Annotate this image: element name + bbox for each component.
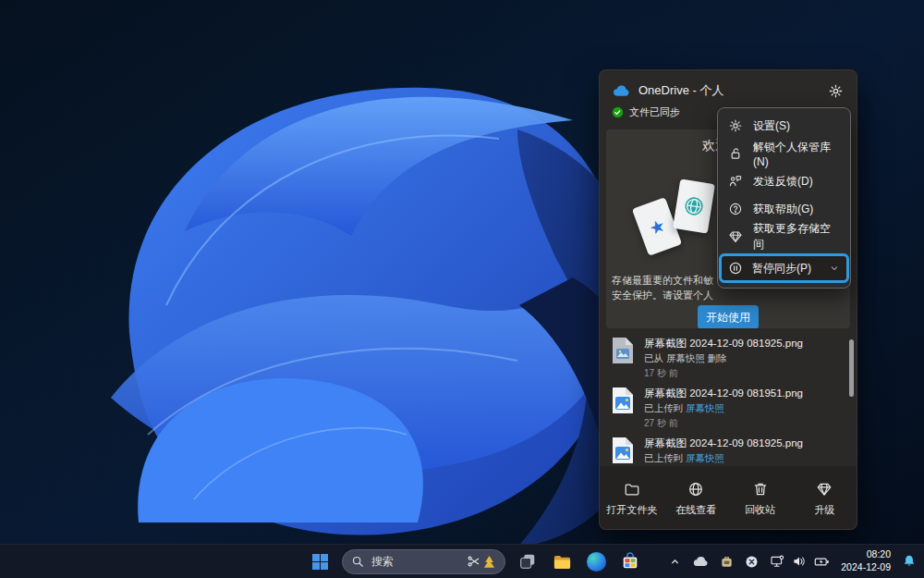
edge-icon bbox=[587, 552, 606, 572]
quick-settings-group[interactable] bbox=[770, 554, 830, 570]
trash-icon bbox=[752, 481, 769, 498]
taskbar: 搜索 bbox=[0, 544, 924, 578]
desktop: OneDrive - 个人 文件已同步 欢迎使用 ★ bbox=[0, 0, 924, 578]
onedrive-footer-toolbar: 打开文件夹 在线查看 回收站 升级 bbox=[600, 466, 857, 529]
globe-badge-icon bbox=[682, 194, 705, 217]
help-icon bbox=[728, 202, 743, 216]
folder-link[interactable]: 屏幕快照 bbox=[686, 402, 724, 413]
file-name: 屏幕截图 2024-12-09 081925.png bbox=[644, 337, 847, 350]
x-circle-icon[interactable] bbox=[745, 555, 759, 569]
search-label: 搜索 bbox=[371, 554, 459, 570]
recycle-bin-button[interactable]: 回收站 bbox=[728, 479, 793, 517]
menu-item-get-more-storage[interactable]: 获取更多存储空间 bbox=[718, 223, 850, 251]
gear-icon bbox=[728, 118, 743, 133]
taskbar-center: 搜索 bbox=[308, 549, 642, 574]
start-button[interactable] bbox=[308, 549, 332, 573]
clock-date: 2024-12-09 bbox=[841, 561, 891, 574]
file-name: 屏幕截图 2024-12-09 081951.png bbox=[644, 387, 847, 400]
open-folder-button[interactable]: 打开文件夹 bbox=[600, 479, 664, 517]
gem-icon bbox=[816, 481, 833, 498]
ticket-globe-card bbox=[673, 178, 715, 233]
file-action: 已上传到 屏幕快照 bbox=[644, 452, 847, 465]
edge-browser-button[interactable] bbox=[584, 549, 608, 573]
folder-link[interactable]: 屏幕快照 bbox=[686, 452, 724, 463]
tray-app-icon[interactable] bbox=[720, 555, 734, 569]
clock-time: 08:20 bbox=[841, 548, 891, 561]
notification-bell-icon[interactable] bbox=[902, 554, 917, 569]
settings-gear-icon[interactable] bbox=[825, 80, 845, 101]
menu-item-pause-sync[interactable]: 暂停同步(P) bbox=[719, 253, 849, 283]
unlock-icon bbox=[728, 146, 743, 161]
file-image-icon bbox=[611, 387, 635, 424]
gem-icon bbox=[728, 229, 743, 244]
file-name: 屏幕截图 2024-12-09 081925.png bbox=[644, 437, 847, 450]
file-time: 27 秒 前 bbox=[644, 417, 847, 430]
chevron-up-icon[interactable] bbox=[669, 556, 681, 568]
view-online-button[interactable]: 在线查看 bbox=[664, 479, 729, 517]
speaker-icon bbox=[792, 554, 807, 569]
pause-circle-icon bbox=[728, 261, 743, 276]
upgrade-button[interactable]: 升级 bbox=[793, 479, 857, 517]
file-explorer-icon bbox=[553, 552, 572, 572]
menu-item-settings[interactable]: 设置(S) bbox=[718, 112, 850, 140]
onedrive-tray-icon[interactable] bbox=[692, 553, 709, 570]
monitor-network-icon bbox=[770, 554, 784, 569]
menu-item-get-help[interactable]: 获取帮助(G) bbox=[718, 195, 850, 223]
get-started-button[interactable]: 开始使用 bbox=[698, 305, 759, 328]
file-explorer-button[interactable] bbox=[550, 549, 574, 573]
onedrive-cloud-icon bbox=[612, 81, 630, 100]
tree-icon bbox=[482, 555, 496, 569]
list-item[interactable]: 屏幕截图 2024-12-09 081951.png 已上传到 屏幕快照 27 … bbox=[600, 378, 857, 428]
onedrive-header: OneDrive - 个人 bbox=[600, 70, 857, 103]
file-time: 17 秒 前 bbox=[644, 367, 847, 380]
file-action: 已上传到 屏幕快照 bbox=[644, 402, 847, 415]
task-view-button[interactable] bbox=[516, 549, 540, 573]
search-box[interactable]: 搜索 bbox=[342, 549, 505, 574]
folder-icon bbox=[624, 481, 640, 498]
microsoft-store-button[interactable] bbox=[618, 549, 642, 573]
menu-item-send-feedback[interactable]: 发送反馈(D) bbox=[718, 167, 850, 195]
system-tray: 08:20 2024-12-09 bbox=[669, 548, 917, 573]
scissors-icon bbox=[467, 554, 481, 569]
search-highlight-decoration bbox=[467, 554, 496, 569]
onedrive-title: OneDrive - 个人 bbox=[638, 82, 825, 99]
file-action: 已从 屏幕快照 删除 bbox=[644, 352, 847, 365]
feedback-icon bbox=[728, 174, 743, 189]
sync-status-text: 文件已同步 bbox=[629, 105, 680, 119]
file-generic-icon bbox=[611, 337, 635, 374]
panel-scrollbar-thumb[interactable] bbox=[849, 339, 854, 397]
check-circle-icon bbox=[612, 106, 624, 118]
search-icon bbox=[351, 555, 364, 568]
star-icon: ★ bbox=[646, 215, 668, 240]
store-icon bbox=[621, 552, 639, 571]
list-item[interactable]: 屏幕截图 2024-12-09 081925.png 已从 屏幕快照 删除 17… bbox=[600, 328, 857, 378]
globe-icon bbox=[687, 481, 704, 498]
windows-logo-icon bbox=[312, 554, 328, 570]
menu-item-unlock-vault[interactable]: 解锁个人保管库(N) bbox=[718, 140, 850, 167]
chevron-down-icon bbox=[829, 263, 840, 274]
task-view-icon bbox=[518, 552, 537, 571]
clock[interactable]: 08:20 2024-12-09 bbox=[841, 548, 891, 573]
activity-list: 屏幕截图 2024-12-09 081925.png 已从 屏幕快照 删除 17… bbox=[600, 328, 857, 478]
battery-charging-icon bbox=[814, 554, 830, 570]
onedrive-settings-menu: 设置(S) 解锁个人保管库(N) 发送反馈(D) 获取帮助(G) 获取更多存储空… bbox=[717, 107, 851, 289]
